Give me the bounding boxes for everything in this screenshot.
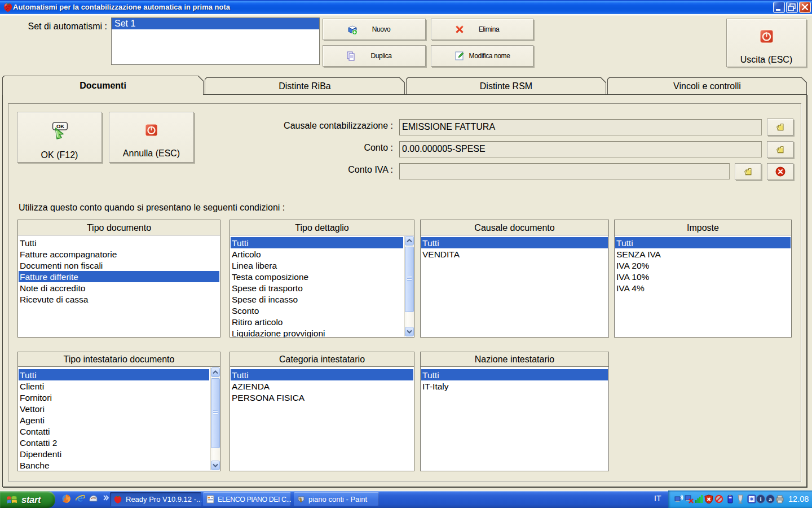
svg-text:a: a xyxy=(769,496,772,502)
svg-text:i: i xyxy=(760,496,761,502)
